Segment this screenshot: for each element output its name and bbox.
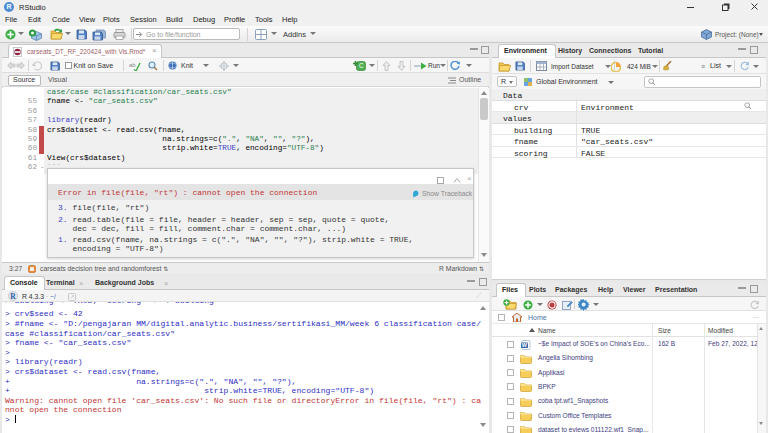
svg-text:W: W — [522, 342, 528, 348]
svg-text:ab: ab — [129, 62, 136, 68]
svg-text:C: C — [359, 62, 364, 69]
svg-text:R: R — [10, 292, 16, 301]
